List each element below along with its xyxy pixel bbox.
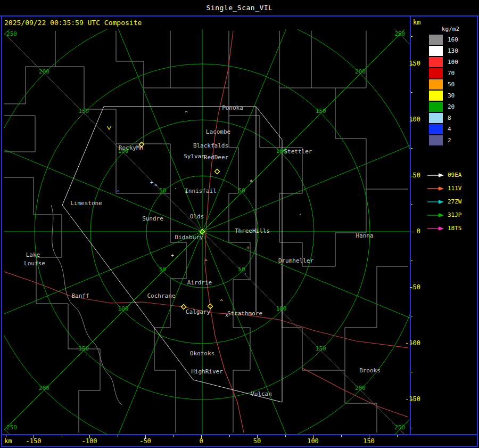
top-divider <box>0 15 479 17</box>
radar-site-legend: 09EA111V27ZW31JP18TS <box>427 168 462 235</box>
colorbar-entry: 2 <box>429 135 458 146</box>
bottom-axis-label: 150 <box>356 437 382 445</box>
left-border <box>1 15 2 447</box>
county-boundary <box>144 31 170 193</box>
axis-tick <box>411 120 414 120</box>
axis-tick <box>201 435 202 438</box>
radar-arrow-icon <box>427 226 444 231</box>
county-boundary <box>229 88 279 148</box>
radar-site-row: 31JP <box>427 208 462 222</box>
range-label: 250 <box>394 30 405 37</box>
axis-tick <box>411 372 412 372</box>
county-boundary <box>279 189 366 266</box>
axis-tick <box>411 92 412 93</box>
axis-tick <box>411 288 414 288</box>
colorbar-value: 30 <box>448 92 455 99</box>
town-label: Olds <box>190 213 204 220</box>
axis-tick <box>229 435 230 437</box>
map-bottom-divider <box>1 434 477 435</box>
axis-tick <box>411 232 414 232</box>
colorbar-swatch <box>429 68 443 78</box>
axis-tick <box>411 344 414 344</box>
bottom-axis-label: 100 <box>300 437 326 445</box>
axis-tick <box>411 316 412 316</box>
colorbar-entry: 70 <box>429 68 458 79</box>
station-diamond-icon <box>214 169 219 174</box>
colorbar-swatch <box>429 102 443 112</box>
axis-tick <box>6 435 6 437</box>
range-label: 200 <box>39 385 49 392</box>
axis-tick <box>62 435 62 437</box>
town-label: Innisfail <box>185 188 217 194</box>
right-axis-label: 150 <box>398 60 420 67</box>
asterisk-marker-icon: * <box>250 179 253 185</box>
radar-display-window: Single_Scan_VIL 2025/09/22 00:35:59 UTC … <box>0 0 479 448</box>
radar-site-id: 18TS <box>448 225 462 232</box>
town-label: Banff <box>71 292 89 299</box>
radar-arrow-icon <box>427 213 444 218</box>
range-label: 150 <box>78 345 89 352</box>
bottom-axis-unit: km <box>4 437 12 445</box>
town-label: Calgary <box>186 308 211 315</box>
range-label: 100 <box>276 305 287 312</box>
caret-marker-icon: ^ <box>204 259 208 265</box>
wind-arrow-icon <box>108 126 111 129</box>
plus-marker-icon: + <box>171 252 174 258</box>
axis-tick <box>341 435 342 437</box>
caret-marker-icon: ^ <box>185 110 188 116</box>
colorbar-swatch <box>429 35 443 45</box>
right-axis-label: 50 <box>398 172 420 179</box>
plus-marker-icon: + <box>150 180 153 185</box>
town-label: Hanna <box>356 232 373 239</box>
colorbar-entry: 100 <box>429 56 458 68</box>
colorbar-swatch <box>429 79 443 89</box>
colorbar-value: 4 <box>448 126 451 133</box>
radar-map-area: 5050505010010010010015015015015020020020… <box>4 29 410 434</box>
plus-marker-icon: + <box>246 245 250 251</box>
colorbar-value: 50 <box>448 81 455 88</box>
town-label: Okotoks <box>190 350 214 357</box>
radar-site-id: 111V <box>448 185 462 192</box>
county-boundary <box>335 31 366 88</box>
town-label: Airdrie <box>187 279 212 286</box>
axis-tick <box>397 435 398 437</box>
county-boundary <box>55 67 144 144</box>
bottom-axis-label: 0 <box>188 437 214 445</box>
colorbar-value: 160 <box>448 36 458 43</box>
colorbar: 16013010070503020842 <box>429 34 458 146</box>
scan-timestamp: 2025/09/22 00:35:59 UTC Composite <box>4 19 142 27</box>
range-label: 200 <box>355 68 366 75</box>
radar-map-canvas: 5050505010010010010015015015015020020020… <box>4 29 410 434</box>
town-label: Strathmore <box>227 310 262 317</box>
colorbar-swatch <box>429 113 443 123</box>
caret-marker-icon: ^ <box>154 184 158 190</box>
town-label: Brooks <box>359 367 381 374</box>
town-label: Ponoka <box>222 104 243 111</box>
radar-site-row: 09EA <box>427 168 462 182</box>
colorbar-value: 70 <box>448 70 455 77</box>
town-label: HighRiver <box>191 368 223 375</box>
radar-site-id: 31JP <box>448 211 462 218</box>
axis-tick <box>313 435 313 438</box>
colorbar-entry: 130 <box>429 45 458 56</box>
colorbar-entry: 160 <box>429 34 458 45</box>
azimuth-line <box>4 29 202 232</box>
colorbar-value: 2 <box>448 137 451 144</box>
axis-tick <box>145 435 146 438</box>
range-label: 50 <box>238 187 245 194</box>
county-boundary <box>116 31 144 88</box>
axis-tick <box>257 435 258 438</box>
county-boundary <box>4 116 35 152</box>
highway-line <box>302 368 408 417</box>
range-label: 50 <box>159 266 166 273</box>
azimuth-line <box>80 232 202 434</box>
range-label: 150 <box>316 345 326 352</box>
window-title: Single_Scan_VIL <box>0 4 479 12</box>
radar-site-row: 27ZW <box>427 195 462 208</box>
axis-tick <box>34 435 34 438</box>
right-axis-label: 0 <box>398 227 420 235</box>
right-axis-label: -100 <box>398 339 420 347</box>
town-label: ThreeHills <box>235 227 270 234</box>
town-label: Limestone <box>70 200 102 207</box>
radar-arrow-icon <box>427 173 444 178</box>
